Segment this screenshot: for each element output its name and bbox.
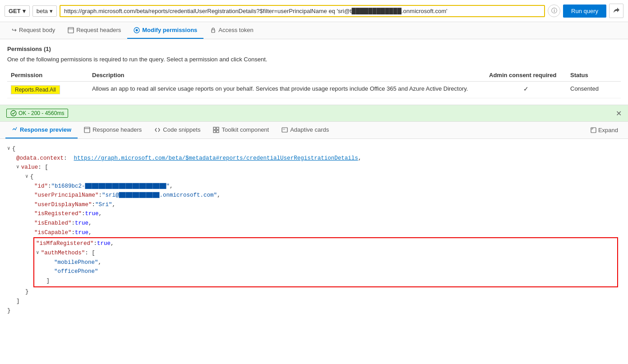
col-description: Description [88,69,485,82]
admin-consent-check: ✓ [485,82,567,98]
version-chevron: ▾ [50,8,53,14]
upper-tabs: ↪ Request body Request headers Modify pe… [0,22,628,39]
col-status: Status [567,69,621,82]
json-viewer: ∨ { @odata.context : https://graph.micro… [0,139,628,321]
json-inner-obj-open: ∨ { [7,172,621,182]
permission-row[interactable]: Reports.Read.All Allows an app to read a… [7,82,621,98]
col-permission: Permission [7,69,88,82]
permissions-subtitle: One of the following permissions is requ… [7,56,621,63]
json-auth-methods-open: ∨ "authMethods" : [ [36,249,615,258]
run-query-button[interactable]: Run query [563,5,606,18]
status-text: OK - 200 - 4560ms [18,110,64,116]
svg-point-5 [11,111,16,116]
tab-toolkit-component[interactable]: Toolkit component [207,122,275,138]
status-ok: OK - 200 - 4560ms [6,109,68,118]
collapse-auth-methods[interactable]: ∨ [36,249,39,257]
json-is-capable: "isCapable" : true , [7,228,621,238]
svg-rect-14 [591,128,596,133]
json-upn: "userPrincipalName" : "sri@████████████.… [7,191,621,200]
response-preview-icon [12,127,18,133]
svg-rect-4 [212,30,215,32]
status-bar: OK - 200 - 4560ms ✕ [0,105,628,122]
tab-response-headers[interactable]: Response headers [78,122,148,138]
url-input[interactable] [64,8,540,14]
col-admin-consent: Admin consent required [485,69,567,82]
svg-rect-13 [283,129,285,130]
permission-description: Allows an app to read all service usage … [88,82,485,98]
tab-request-headers[interactable]: Request headers [61,22,127,39]
svg-rect-6 [84,127,90,133]
tab-response-preview[interactable]: Response preview [5,122,78,138]
json-value-close: ] [7,297,621,306]
svg-rect-8 [213,127,216,129]
close-status-button[interactable]: ✕ [616,109,622,118]
svg-rect-10 [213,130,216,133]
ok-circle-icon [10,110,17,116]
json-value-open: ∨ value : [ [7,163,621,172]
status-ok-badge: OK - 200 - 4560ms [6,109,68,118]
info-button[interactable]: ⓘ [548,5,560,17]
tab-code-snippets[interactable]: Code snippets [148,122,207,138]
permission-status: Consented [567,82,621,98]
method-chevron: ▾ [23,8,26,14]
permissions-table: Permission Description Admin consent req… [7,69,621,98]
share-button[interactable] [609,4,623,18]
json-is-registered: "isRegistered" : true , [7,209,621,219]
response-headers-icon [84,127,90,133]
svg-point-3 [136,29,138,31]
json-inner-obj-close: } [7,287,621,297]
permission-badge: Reports.Read.All [11,85,60,94]
json-odata-context: @odata.context : https://graph.microsoft… [7,154,621,163]
share-icon [613,7,620,14]
json-display-name: "userDisplayName" : "Sri" , [7,200,621,210]
method-select[interactable]: GET ▾ [5,5,30,17]
json-is-enabled: "isEnabled" : true , [7,219,621,228]
json-root-close: } [7,306,621,316]
permissions-title: Permissions (1) [7,46,621,52]
adaptive-cards-icon [282,127,288,133]
lower-tabs: Response preview Response headers Code s… [0,122,628,139]
code-snippets-icon [154,127,161,133]
tab-access-token[interactable]: Access token [203,22,259,39]
access-token-icon [210,27,216,33]
info-icon: ⓘ [551,7,557,15]
request-headers-icon [68,27,74,33]
permissions-section: Permissions (1) One of the following per… [0,39,628,105]
collapse-root[interactable]: ∨ [7,144,10,152]
collapse-inner-obj[interactable]: ∨ [25,172,28,180]
json-auth-method-1: "mobilePhone" , [36,258,615,267]
svg-rect-11 [217,130,219,133]
version-label: beta [37,8,48,14]
svg-rect-9 [217,127,219,129]
tab-modify-permissions[interactable]: Modify permissions [127,22,203,39]
url-input-wrapper [60,5,545,17]
modify-permissions-icon [134,27,140,33]
tab-adaptive-cards[interactable]: Adaptive cards [275,122,335,138]
svg-rect-0 [68,28,74,33]
highlight-box: "isMfaRegistered" : true , ∨ "authMethod… [33,237,618,287]
top-bar: GET ▾ beta ▾ ⓘ Run query [0,0,628,22]
json-auth-method-2: "officePhone" [36,267,615,276]
toolkit-component-icon [213,127,219,133]
collapse-value[interactable]: ∨ [16,163,19,171]
method-label: GET [9,8,21,14]
expand-button[interactable]: Expand [586,123,623,137]
json-auth-methods-close: ] [36,276,615,286]
tab-request-body[interactable]: ↪ Request body [5,22,61,39]
json-id: "id" : "b1689bc2-███████████████████████… [7,182,621,191]
expand-icon [591,127,596,133]
version-select[interactable]: beta ▾ [32,5,57,17]
json-is-mfa-registered: "isMfaRegistered" : true , [36,239,615,249]
json-root-open: ∨ { [7,144,621,154]
request-body-icon: ↪ [12,27,17,33]
